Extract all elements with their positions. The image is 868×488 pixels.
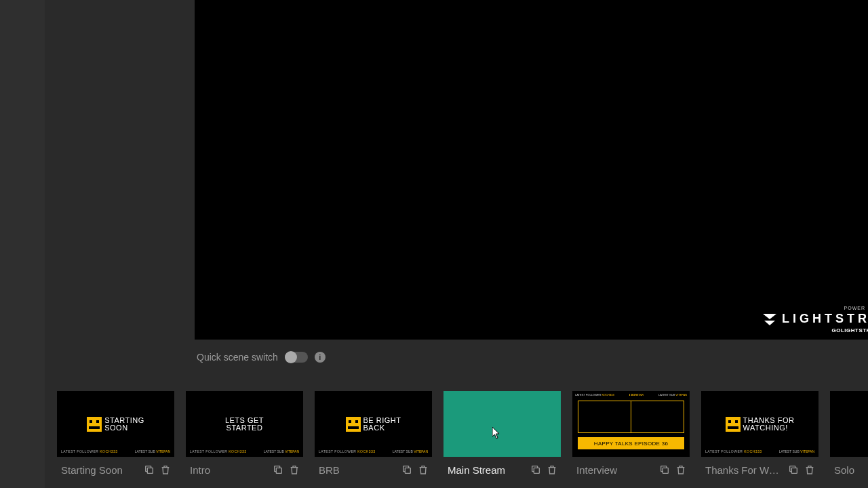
delete-icon[interactable] <box>804 464 816 476</box>
thumb-footer-left: LATEST FOLLOWER KOCH333 <box>705 449 762 453</box>
scene-thumbnail[interactable] <box>443 391 561 457</box>
svg-rect-2 <box>405 468 410 473</box>
thumb-text: LETS GETSTARTED <box>225 417 264 432</box>
scene-caption-bar: Thanks For Wa… <box>701 457 818 477</box>
thumb-footer-right: LATEST SUB VITEFAN <box>393 449 428 453</box>
scene-label: BRB <box>319 464 397 476</box>
delete-icon[interactable] <box>675 464 687 476</box>
scene-caption-bar: Intro <box>186 457 303 477</box>
duplicate-icon[interactable] <box>401 464 413 476</box>
interview-frames <box>578 401 684 433</box>
thumb-footer-right: LATEST SUB VITEFAN <box>135 449 170 453</box>
scene-thumbnail[interactable]: BE RIGHTBACKLATEST FOLLOWER KOCH333LATES… <box>315 391 432 457</box>
svg-rect-1 <box>276 468 281 473</box>
lightstream-logo-icon <box>762 312 778 326</box>
quick-scene-switch-row: Quick scene switch i <box>197 352 326 363</box>
preview-pane: POWER LIGHTSTRE GOLIGHTSTREA <box>195 0 868 340</box>
brand-face-icon <box>726 417 741 432</box>
thumb-footer-right: LATEST SUB VITEFAN <box>264 449 299 453</box>
svg-rect-3 <box>534 468 539 473</box>
scene-caption-bar: BRB <box>315 457 432 477</box>
thumb-footer-left: LATEST FOLLOWER KOCH333 <box>190 449 247 453</box>
scene-card[interactable]: LATEST FOLLOWER KOCH333I DONT KNLATEST S… <box>572 391 690 479</box>
scene-thumbnail[interactable]: THANKS FORWATCHING!LATEST FOLLOWER KOCH3… <box>701 391 818 457</box>
delete-icon[interactable] <box>417 464 429 476</box>
quick-scene-switch-toggle[interactable] <box>285 352 308 363</box>
scene-label: Starting Soon <box>61 464 139 476</box>
scene-label: Main Stream <box>448 464 526 476</box>
thumb-footer-right: LATEST SUB VITEFAN <box>779 449 814 453</box>
left-sidebar <box>0 0 45 488</box>
duplicate-icon[interactable] <box>658 464 671 476</box>
thumb-text: BE RIGHTBACK <box>363 417 401 432</box>
brand-face-icon <box>346 417 361 432</box>
scene-thumbnail[interactable]: LETS GETSTARTEDLATEST FOLLOWER KOCH333LA… <box>186 391 303 457</box>
quick-scene-switch-label: Quick scene switch <box>197 352 278 363</box>
delete-icon[interactable] <box>546 464 558 476</box>
scene-card[interactable]: THANKS FORWATCHING!LATEST FOLLOWER KOCH3… <box>701 391 818 479</box>
delete-icon[interactable] <box>288 464 300 476</box>
info-icon[interactable]: i <box>315 352 326 363</box>
scene-card[interactable]: LETS GETSTARTEDLATEST FOLLOWER KOCH333LA… <box>186 391 303 479</box>
duplicate-icon[interactable] <box>530 464 542 476</box>
scene-label: Solo <box>834 464 868 476</box>
scene-caption-bar: Interview <box>572 457 690 477</box>
bug-title: LIGHTSTRE <box>782 312 868 326</box>
scene-thumbnail[interactable]: LATEST FOLLOWER KOCH333I DONT KNLATEST S… <box>572 391 690 457</box>
thumb-footer-left: LATEST FOLLOWER KOCH333 <box>319 449 376 453</box>
scene-card[interactable]: STARTINGSOONLATEST FOLLOWER KOCH333LATES… <box>57 391 174 479</box>
svg-rect-4 <box>663 468 668 473</box>
bug-caption: POWER <box>746 306 865 310</box>
scene-caption-bar: Starting Soon <box>57 457 174 477</box>
duplicate-icon[interactable] <box>143 464 155 476</box>
scenes-strip: STARTINGSOONLATEST FOLLOWER KOCH333LATES… <box>57 391 868 479</box>
svg-rect-0 <box>147 468 153 473</box>
scene-card[interactable]: Solo <box>830 391 868 479</box>
brand-face-icon <box>87 417 102 432</box>
scene-thumbnail[interactable]: STARTINGSOONLATEST FOLLOWER KOCH333LATES… <box>57 391 174 457</box>
duplicate-icon[interactable] <box>272 464 284 476</box>
bug-subtitle: GOLIGHTSTREA <box>746 327 868 333</box>
thumb-header: LATEST FOLLOWER KOCH333I DONT KNLATEST S… <box>575 393 687 396</box>
thumb-text: THANKS FORWATCHING! <box>743 417 795 432</box>
thumb-text: STARTINGSOON <box>104 417 144 432</box>
scene-label: Interview <box>576 464 654 476</box>
delete-icon[interactable] <box>159 464 172 476</box>
scene-card[interactable]: BE RIGHTBACKLATEST FOLLOWER KOCH333LATES… <box>315 391 432 479</box>
thumb-footer-left: LATEST FOLLOWER KOCH333 <box>61 449 118 453</box>
scene-card[interactable]: Main Stream <box>443 391 561 479</box>
interview-banner: HAPPY TALKS EPISODE 36 <box>578 437 684 449</box>
scene-thumbnail[interactable] <box>830 391 868 457</box>
scene-caption-bar: Solo <box>830 457 868 477</box>
watermark-bug: POWER LIGHTSTRE GOLIGHTSTREA <box>746 285 868 340</box>
scene-label: Thanks For Wa… <box>705 464 783 476</box>
scene-caption-bar: Main Stream <box>443 457 561 477</box>
cursor-icon <box>492 427 500 439</box>
svg-rect-5 <box>791 468 797 473</box>
scene-label: Intro <box>190 464 268 476</box>
duplicate-icon[interactable] <box>787 464 800 476</box>
